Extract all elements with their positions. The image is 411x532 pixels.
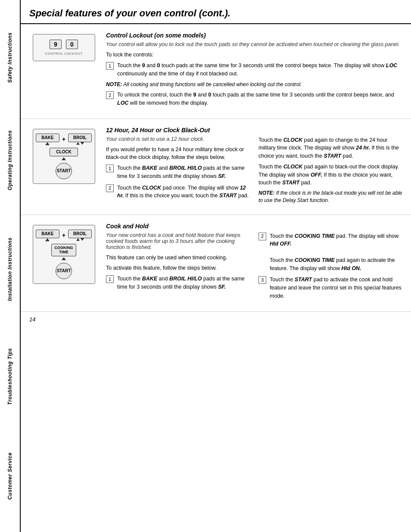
page-title: Special features of your oven control (c… [21,0,411,24]
section-cook-hold: BAKE + BROIL COOKINGTIME [21,215,411,312]
cook-hold-step-1-content: Touch the BAKE and BROIL HI/LO pads at t… [117,275,250,291]
plus-sign: + [62,136,65,143]
clock-diagram: BAKE + BROIL CLOCK S [33,129,95,184]
clock-step-1-content: Touch the BAKE and BROIL HI/LO pads at t… [117,164,250,180]
page-number: 14 [21,312,411,327]
section-clock: BAKE + BROIL CLOCK S [21,119,411,215]
clock-title: 12 Hour, 24 Hour or Clock Black-Out [106,127,402,134]
control-lockout-content: Control Lockout (on some models) Your co… [106,32,402,111]
clock-subtitle: Your control is set to use a 12 hour clo… [106,136,250,142]
clock-note: NOTE: If the clock is in the black-out m… [258,190,402,204]
cook-hold-step-2: 2 Touch the COOKING TIME pad. The displa… [258,232,402,273]
step-1-content: Touch the 9 and 0 touch pads at the same… [117,62,402,78]
start-pad: START [56,163,72,179]
cook-hold-diagram: BAKE + BROIL COOKINGTIME [33,225,95,284]
cook-hold-step-num-3: 3 [258,276,266,284]
cook-hold-content: Cook and Hold Your new control has a coo… [106,223,402,304]
cook-hold-title: Cook and Hold [106,223,402,230]
cook-hold-step-num-1: 1 [106,275,114,283]
cook-broil-triangles [76,238,84,241]
cook-hold-image: BAKE + BROIL COOKINGTIME [29,223,98,304]
lockout-note: NOTE: All cooking and timing functions w… [106,81,402,88]
broil-pad: BROIL [68,134,92,142]
cook-start-pad: START [56,263,72,279]
clock-triangle [62,157,66,160]
clock-col-right: Touch the CLOCK pad again to change to t… [258,136,402,207]
clock-step-2: 2 Touch the CLOCK pad once. The display … [106,184,250,200]
lockout-step-2: 2 To unlock the control, touch the 9 and… [106,91,402,107]
cooking-time-triangle [62,257,66,260]
sidebar-item-operating[interactable]: Operating Instructions [7,126,13,195]
cook-hold-to-activate: To activate this feature, follow the ste… [106,264,250,272]
sidebar: Safety Instructions Operating Instructio… [0,0,21,532]
sidebar-item-customer[interactable]: Customer Service [7,448,13,504]
sidebar-item-troubleshooting[interactable]: Troubleshooting Tips [7,344,13,409]
sidebar-item-safety[interactable]: Safety Instructions [7,28,13,87]
clock-pad: CLOCK [50,148,78,156]
step-2-content: To unlock the control, touch the 9 and 0… [117,91,402,107]
clock-right-1: Touch the CLOCK pad again to change to t… [258,136,402,160]
control-lockout-subtitle: Your control will allow you to lock out … [106,41,402,47]
num-pad-9: 9 [50,40,62,49]
control-lockout-image: 9 0 CONTROL LOCKOUT [29,32,98,111]
cook-hold-step-3-content: Touch the START pad to activate the cook… [270,276,402,300]
lockout-label: CONTROL LOCKOUT [45,52,82,56]
lockout-step-1: 1 Touch the 9 and 0 touch pads at the sa… [106,62,402,78]
cook-hold-step-1: 1 Touch the BAKE and BROIL HI/LO pads at… [106,275,250,291]
cook-plus-sign: + [62,232,65,239]
cooking-time-pad: COOKINGTIME [51,244,76,257]
clock-content: 12 Hour, 24 Hour or Clock Black-Out Your… [106,127,402,207]
clock-image: BAKE + BROIL CLOCK S [29,127,98,207]
cook-hold-two-col: Your new control has a cook and hold fea… [106,232,402,304]
clock-intro: If you would prefer to have a 24 hour mi… [106,146,250,162]
main-content: Special features of your oven control (c… [21,0,411,532]
cook-bake-pad: BAKE [36,230,59,238]
bake-triangle [45,142,50,145]
cook-hold-step-2-content: Touch the COOKING TIME pad. The display … [270,232,402,273]
num-pad-0: 0 [66,40,78,49]
cook-hold-intro: This feature can only be used when timed… [106,254,250,262]
bake-pad: BAKE [36,134,59,142]
step-num-2: 2 [106,91,114,99]
cook-hold-subtitle: Your new control has a cook and hold fea… [106,232,250,250]
clock-step-num-2: 2 [106,184,114,192]
cook-broil-pad: BROIL [68,230,92,238]
clock-step-2-content: Touch the CLOCK pad once. The display wi… [117,184,250,200]
cook-hold-col-right: 2 Touch the COOKING TIME pad. The displa… [258,232,402,304]
cook-hold-step-3: 3 Touch the START pad to activate the co… [258,276,402,300]
clock-right-2: Touch the CLOCK pad again to black-out t… [258,163,402,187]
clock-col-left: Your control is set to use a 12 hour clo… [106,136,250,207]
cook-hold-step-num-2: 2 [258,233,266,240]
to-lock-label: To lock the controls: [106,51,402,59]
clock-two-col: Your control is set to use a 12 hour clo… [106,136,402,207]
control-lockout-title: Control Lockout (on some models) [106,32,402,39]
step-num-1: 1 [106,62,114,70]
cook-bake-triangle [45,238,50,241]
cook-hold-col-left: Your new control has a cook and hold fea… [106,232,250,304]
section-control-lockout: 9 0 CONTROL LOCKOUT Control Lockout (on … [21,24,411,119]
clock-step-1: 1 Touch the BAKE and BROIL HI/LO pads at… [106,164,250,180]
lockout-diagram: 9 0 CONTROL LOCKOUT [33,34,95,61]
broil-triangles [76,142,84,145]
clock-step-num-1: 1 [106,165,114,172]
sidebar-item-installation[interactable]: Installation Instructions [7,233,13,305]
